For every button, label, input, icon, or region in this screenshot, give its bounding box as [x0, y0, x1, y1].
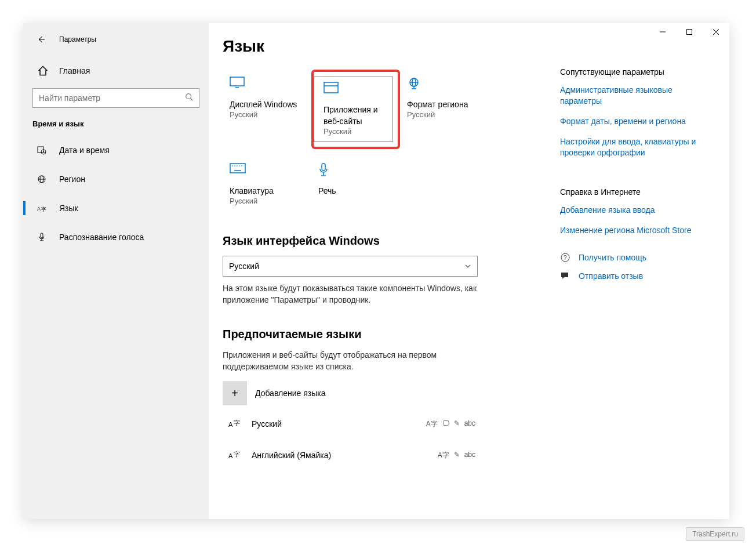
- language-name: Русский: [252, 419, 282, 429]
- add-language-button[interactable]: + Добавление языка: [223, 380, 541, 406]
- rail-related-title: Сопутствующие параметры: [560, 67, 715, 77]
- feedback-label: Отправить отзыв: [579, 271, 643, 281]
- watermark: TrashExpert.ru: [686, 527, 744, 541]
- sidebar: Параметры Главная Время и язык Дата и вр…: [23, 23, 209, 519]
- sidebar-item-speech[interactable]: Распознавание голоса: [23, 226, 209, 249]
- svg-text:字: 字: [41, 206, 46, 212]
- language-feature-badges: A字 🖵 ✎ abc: [426, 419, 475, 429]
- svg-text:字: 字: [234, 419, 240, 426]
- language-feature-badges: A字 ✎ abc: [438, 451, 475, 460]
- display-language-combobox[interactable]: Русский: [223, 256, 478, 277]
- home-nav[interactable]: Главная: [23, 59, 209, 82]
- window-icon: [324, 82, 390, 96]
- handwriting-badge-icon: ✎: [454, 419, 460, 429]
- svg-rect-18: [324, 82, 338, 93]
- handwriting-badge-icon: ✎: [454, 451, 460, 460]
- rail-link-date-format[interactable]: Формат даты, времени и региона: [560, 116, 715, 127]
- plus-icon: +: [223, 381, 247, 405]
- rail-help-link-change-store-region[interactable]: Изменение региона Microsoft Store: [560, 225, 715, 236]
- add-language-label: Добавление языка: [255, 389, 326, 398]
- tile-sublabel: Русский: [317, 127, 390, 136]
- language-item-russian[interactable]: A字 Русский A字 🖵 ✎ abc: [223, 411, 478, 437]
- microphone-icon: [37, 233, 49, 242]
- tile-apps-websites[interactable]: Приложения и веб-сайты Русский: [311, 70, 400, 149]
- tile-label: Формат региона: [400, 99, 482, 110]
- tile-label: Речь: [311, 185, 393, 197]
- rail-link-admin-language[interactable]: Административные языковые параметры: [560, 85, 715, 107]
- close-button[interactable]: [703, 23, 729, 41]
- display-lang-badge-icon: A字: [426, 419, 438, 429]
- svg-rect-32: [322, 164, 325, 170]
- tile-region-format[interactable]: Формат региона Русский: [400, 70, 489, 149]
- sidebar-item-language[interactable]: A字 Язык: [23, 197, 209, 220]
- tile-sublabel: Русский: [400, 110, 482, 119]
- svg-text:A: A: [228, 421, 233, 428]
- help-icon: ?: [560, 252, 572, 263]
- chevron-down-icon: [464, 263, 471, 270]
- sidebar-item-label: Язык: [59, 204, 78, 213]
- home-label: Главная: [59, 66, 90, 75]
- sidebar-item-label: Распознавание голоса: [59, 233, 144, 242]
- search-box[interactable]: [32, 88, 199, 108]
- svg-rect-16: [230, 77, 244, 86]
- feedback-icon: [560, 271, 572, 281]
- keyboard-icon: [230, 163, 304, 177]
- sidebar-item-region[interactable]: Регион: [23, 168, 209, 191]
- tile-label: Клавиатура: [223, 185, 304, 197]
- home-icon: [37, 65, 49, 77]
- titlebar-controls: [649, 23, 729, 41]
- page-title: Язык: [223, 37, 541, 56]
- content-area: Язык Дисплей Windows Русский Приложения …: [209, 23, 555, 519]
- maximize-button[interactable]: [676, 23, 703, 41]
- sidebar-section-title: Время и язык: [23, 119, 209, 128]
- globe-icon: [37, 175, 49, 184]
- get-help-label: Получить помощь: [579, 253, 646, 262]
- svg-rect-25: [230, 164, 245, 173]
- spellcheck-badge-icon: abc: [464, 419, 475, 429]
- sidebar-item-label: Регион: [59, 175, 85, 184]
- microphone-icon: [318, 163, 393, 177]
- get-help-link[interactable]: ? Получить помощь: [560, 252, 715, 263]
- svg-point-4: [186, 94, 191, 99]
- tile-label: Приложения и веб-сайты: [317, 104, 390, 127]
- display-language-description: На этом языке будут показываться такие к…: [223, 282, 478, 306]
- svg-line-5: [191, 99, 193, 101]
- right-rail: Сопутствующие параметры Административные…: [555, 23, 729, 519]
- settings-window: Параметры Главная Время и язык Дата и вр…: [23, 23, 729, 519]
- tts-badge-icon: 🖵: [442, 419, 449, 429]
- give-feedback-link[interactable]: Отправить отзыв: [560, 271, 715, 281]
- tile-sublabel: Русский: [223, 197, 304, 205]
- tile-sublabel: Русский: [223, 110, 304, 119]
- calendar-clock-icon: [37, 146, 49, 155]
- search-input[interactable]: [39, 93, 185, 103]
- search-icon: [185, 93, 193, 103]
- section-preferred-languages: Предпочитаемые языки: [223, 328, 541, 341]
- svg-rect-1: [687, 30, 692, 35]
- tile-display[interactable]: Дисплей Windows Русский: [223, 70, 311, 149]
- tile-speech[interactable]: Речь: [311, 156, 400, 212]
- svg-rect-15: [41, 233, 43, 238]
- display-lang-badge-icon: A字: [438, 451, 449, 460]
- rail-link-input-settings[interactable]: Настройки для ввода, клавиатуры и провер…: [560, 136, 715, 158]
- monitor-icon: [230, 77, 304, 90]
- preferred-languages-description: Приложения и веб-сайты будут отображатьс…: [223, 349, 443, 372]
- minimize-button[interactable]: [649, 23, 676, 41]
- tile-label: Дисплей Windows: [223, 99, 304, 110]
- svg-text:字: 字: [234, 451, 240, 458]
- language-icon: A字: [37, 204, 49, 213]
- svg-text:A: A: [37, 206, 41, 212]
- language-name: Английский (Ямайка): [252, 451, 331, 460]
- svg-text:A: A: [228, 452, 233, 459]
- rail-help-title: Справка в Интернете: [560, 187, 715, 197]
- main-panel: Язык Дисплей Windows Русский Приложения …: [209, 23, 729, 519]
- language-glyph-icon: A字: [223, 449, 247, 462]
- rail-help-link-add-input-lang[interactable]: Добавление языка ввода: [560, 205, 715, 216]
- sidebar-item-datetime[interactable]: Дата и время: [23, 139, 209, 162]
- globe-stand-icon: [407, 77, 482, 90]
- svg-text:?: ?: [564, 255, 567, 261]
- section-display-language: Язык интерфейса Windows: [223, 234, 541, 248]
- language-item-english-jamaica[interactable]: A字 Английский (Ямайка) A字 ✎ abc: [223, 442, 478, 469]
- back-button[interactable]: [37, 35, 49, 43]
- tile-keyboard[interactable]: Клавиатура Русский: [223, 156, 311, 212]
- app-title: Параметры: [59, 35, 96, 43]
